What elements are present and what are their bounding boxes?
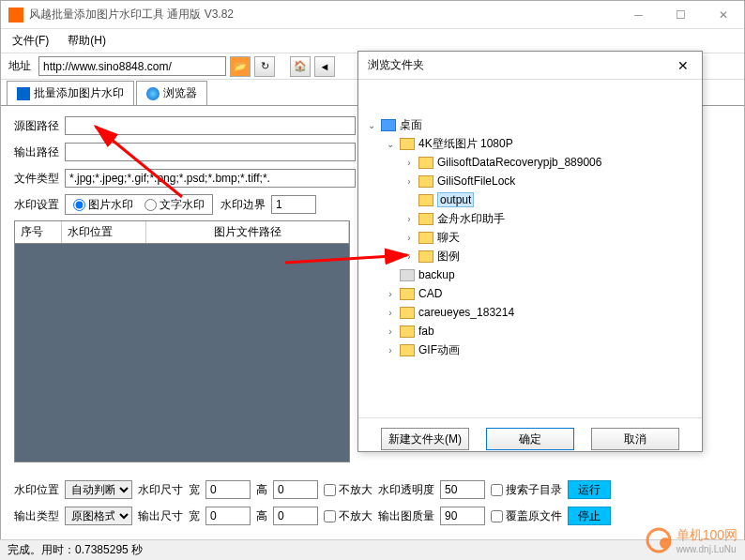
column-path[interactable]: 图片文件路径 bbox=[146, 221, 349, 243]
tree-item[interactable]: fab bbox=[418, 325, 434, 338]
wm-width-input[interactable] bbox=[205, 480, 251, 499]
globe-icon bbox=[146, 87, 160, 100]
expand-icon[interactable]: › bbox=[403, 176, 415, 187]
tab-browser[interactable]: 浏览器 bbox=[136, 81, 207, 105]
svg-point-5 bbox=[660, 537, 671, 549]
watermark-label: 水印设置 bbox=[14, 197, 65, 213]
wm-pos-select[interactable]: 自动判断 bbox=[65, 480, 132, 499]
radio-text-watermark[interactable]: 文字水印 bbox=[144, 197, 205, 213]
width-label: 宽 bbox=[189, 508, 200, 524]
output-path-input[interactable] bbox=[65, 143, 356, 161]
close-button[interactable]: ✕ bbox=[702, 1, 744, 28]
folder-icon bbox=[400, 307, 415, 319]
radio-image-watermark[interactable]: 图片水印 bbox=[73, 197, 133, 213]
opacity-label: 水印透明度 bbox=[378, 482, 434, 498]
file-type-input[interactable] bbox=[65, 169, 356, 188]
file-type-label: 文件类型 bbox=[14, 171, 65, 187]
wm-pos-label: 水印位置 bbox=[14, 482, 59, 498]
expand-icon[interactable]: › bbox=[385, 289, 396, 299]
source-path-label: 源图路径 bbox=[14, 118, 65, 134]
no-enlarge-check2[interactable]: 不放大 bbox=[324, 508, 372, 524]
app-icon bbox=[8, 8, 23, 23]
column-position[interactable]: 水印位置 bbox=[62, 221, 146, 243]
tree-item[interactable]: 金舟水印助手 bbox=[437, 211, 505, 227]
menu-file[interactable]: 文件(F) bbox=[8, 31, 53, 51]
out-type-label: 输出类型 bbox=[14, 508, 59, 524]
folder-icon bbox=[418, 194, 433, 206]
output-path-label: 输出路径 bbox=[14, 144, 65, 160]
wm-size-label: 水印尺寸 bbox=[138, 482, 183, 498]
height-label: 高 bbox=[256, 508, 267, 524]
no-enlarge-check[interactable]: 不放大 bbox=[324, 482, 372, 498]
folder-icon bbox=[400, 138, 415, 150]
new-folder-button[interactable]: 新建文件夹(M) bbox=[381, 428, 469, 450]
tree-desktop[interactable]: 桌面 bbox=[400, 117, 422, 133]
run-button[interactable]: 运行 bbox=[568, 480, 611, 499]
minimize-button[interactable]: ─ bbox=[617, 1, 660, 28]
open-folder-button[interactable]: 📂 bbox=[230, 56, 251, 77]
quality-label: 输出图质量 bbox=[378, 508, 434, 524]
address-input[interactable] bbox=[38, 56, 226, 76]
tree-item[interactable]: CAD bbox=[418, 287, 442, 300]
menu-help[interactable]: 帮助(H) bbox=[64, 31, 110, 51]
expand-icon[interactable]: › bbox=[385, 326, 396, 337]
stop-button[interactable]: 停止 bbox=[568, 507, 611, 525]
dialog-close-button[interactable]: ✕ bbox=[674, 58, 692, 73]
folder-icon bbox=[400, 325, 415, 338]
source-path-input[interactable] bbox=[65, 116, 356, 135]
desktop-icon bbox=[381, 119, 396, 131]
status-text: 完成。用时：0.7385295 秒 bbox=[8, 542, 143, 558]
folder-icon bbox=[418, 157, 433, 169]
tree-item-selected[interactable]: output bbox=[437, 192, 474, 207]
tree-item[interactable]: careueyes_183214 bbox=[418, 306, 514, 319]
out-type-select[interactable]: 原图格式 bbox=[65, 507, 132, 525]
folder-icon bbox=[418, 250, 433, 263]
tree-item[interactable]: GIF动画 bbox=[418, 342, 460, 358]
expand-icon[interactable]: › bbox=[403, 214, 415, 224]
wm-height-input[interactable] bbox=[273, 480, 318, 499]
opacity-input[interactable] bbox=[440, 480, 485, 499]
printer-icon bbox=[400, 269, 415, 281]
maximize-button[interactable]: ☐ bbox=[660, 1, 702, 28]
tree-item[interactable]: 图例 bbox=[437, 249, 460, 265]
column-index[interactable]: 序号 bbox=[15, 221, 62, 243]
tree-item[interactable]: backup bbox=[418, 268, 455, 281]
folder-icon bbox=[400, 288, 415, 300]
table-body[interactable] bbox=[15, 244, 349, 462]
window-title: 风越批量添加图片水印工具 通用版 V3.82 bbox=[29, 7, 617, 23]
expand-icon[interactable]: › bbox=[403, 251, 415, 262]
tree-item[interactable]: 聊天 bbox=[437, 230, 460, 246]
width-label: 宽 bbox=[189, 482, 200, 498]
out-width-input[interactable] bbox=[205, 507, 251, 525]
browse-folder-dialog: 浏览文件夹 ✕ ⌄桌面 ⌄4K壁纸图片 1080P ›GilisoftDataR… bbox=[357, 51, 703, 452]
expand-icon[interactable]: ⌄ bbox=[385, 139, 396, 149]
tab-label: 批量添加图片水印 bbox=[34, 85, 124, 101]
folder-icon bbox=[400, 344, 415, 356]
folder-icon bbox=[418, 232, 433, 244]
expand-icon[interactable]: › bbox=[385, 308, 396, 318]
tree-item[interactable]: GilisoftDataRecoverypjb_889006 bbox=[437, 156, 601, 169]
folder-icon bbox=[418, 213, 433, 225]
out-size-label: 输出尺寸 bbox=[138, 508, 183, 524]
tree-item[interactable]: 4K壁纸图片 1080P bbox=[418, 136, 513, 152]
back-button[interactable]: ◄ bbox=[314, 56, 335, 77]
expand-icon[interactable]: › bbox=[403, 233, 415, 243]
border-input[interactable] bbox=[271, 195, 316, 214]
cancel-button[interactable]: 取消 bbox=[591, 428, 679, 450]
home-button[interactable]: 🏠 bbox=[290, 56, 311, 77]
tab-label: 浏览器 bbox=[163, 85, 197, 101]
tree-item[interactable]: GiliSoftFileLock bbox=[437, 174, 515, 188]
tab-watermark[interactable]: 批量添加图片水印 bbox=[7, 81, 134, 105]
expand-icon[interactable]: ⌄ bbox=[366, 120, 377, 130]
folder-tree[interactable]: ⌄桌面 ⌄4K壁纸图片 1080P ›GilisoftDataRecoveryp… bbox=[358, 108, 702, 417]
expand-icon[interactable]: › bbox=[385, 345, 396, 356]
ok-button[interactable]: 确定 bbox=[486, 428, 574, 450]
expand-icon[interactable]: › bbox=[403, 158, 415, 168]
out-height-input[interactable] bbox=[273, 507, 318, 525]
overwrite-check[interactable]: 覆盖原文件 bbox=[491, 508, 562, 524]
refresh-button[interactable]: ↻ bbox=[254, 56, 275, 77]
dialog-title: 浏览文件夹 bbox=[368, 57, 674, 73]
quality-input[interactable] bbox=[440, 507, 485, 525]
file-table: 序号 水印位置 图片文件路径 bbox=[14, 220, 350, 462]
search-subdir-check[interactable]: 搜索子目录 bbox=[491, 482, 562, 498]
